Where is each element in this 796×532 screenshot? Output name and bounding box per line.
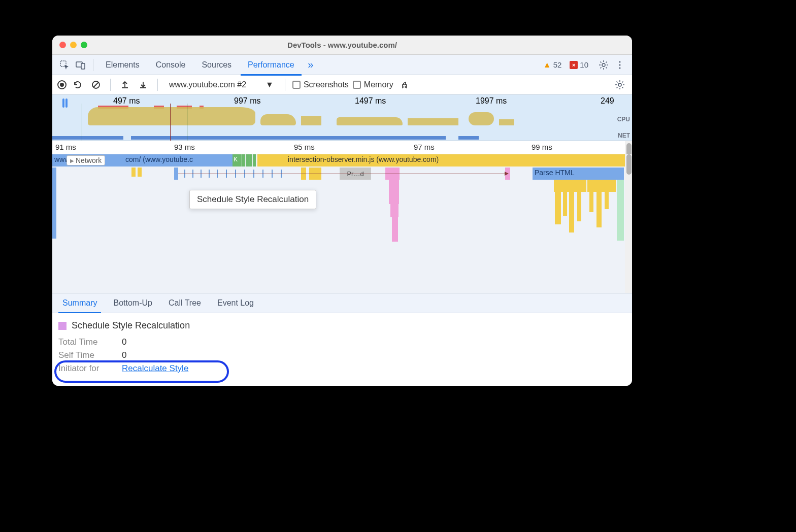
overview-tick: 997 ms	[234, 96, 260, 106]
minimize-window-button[interactable]	[70, 42, 77, 48]
warning-count-value: 52	[553, 60, 562, 69]
flame-block[interactable]	[278, 154, 282, 167]
flame-block[interactable]	[138, 168, 142, 177]
error-icon: ×	[570, 61, 578, 69]
upload-icon[interactable]	[118, 78, 132, 92]
kebab-menu-icon[interactable]	[613, 58, 627, 72]
flame-block[interactable]	[249, 154, 252, 167]
flame-block[interactable]	[131, 168, 136, 177]
block-label: intersection-observer.min.js (www.youtub…	[288, 155, 439, 163]
total-time-value: 0	[122, 337, 126, 347]
flame-block[interactable]	[563, 192, 567, 216]
flame-block[interactable]	[246, 154, 249, 167]
ruler-tick: 95 ms	[294, 143, 315, 151]
window-title: DevTools - www.youtube.com/	[287, 41, 397, 49]
more-tabs-icon[interactable]: »	[304, 58, 318, 72]
flame-block-parse-html[interactable]: Parse HTML	[533, 168, 624, 180]
flame-block[interactable]: K	[233, 154, 239, 167]
flame-block[interactable]	[242, 154, 245, 167]
self-time-value: 0	[122, 350, 126, 360]
flame-block[interactable]	[617, 180, 624, 241]
flame-block[interactable]: com/ (www.youtube.c	[123, 154, 233, 167]
summary-panel: Schedule Style Recalculation Total Time …	[52, 313, 632, 386]
ruler-tick: 97 ms	[414, 143, 435, 151]
flame-block[interactable]	[569, 192, 574, 232]
panel-settings-icon[interactable]	[613, 78, 627, 92]
tab-call-tree[interactable]: Call Tree	[160, 293, 209, 313]
initiator-arrow	[178, 174, 508, 174]
device-toggle-icon[interactable]	[74, 58, 88, 72]
flame-block[interactable]	[390, 204, 399, 217]
tab-bottom-up[interactable]: Bottom-Up	[105, 293, 160, 313]
event-name: Schedule Style Recalculation	[72, 320, 190, 331]
errors-count[interactable]: × 10	[570, 60, 588, 69]
flame-chart[interactable]: www ▶ Network com/ (www.youtube.c K inte…	[52, 154, 632, 293]
flame-block[interactable]	[589, 192, 593, 212]
flame-block[interactable]	[389, 180, 399, 204]
tab-console[interactable]: Console	[149, 55, 193, 75]
svg-point-3	[602, 63, 605, 66]
warnings-count[interactable]: ▲ 52	[543, 60, 562, 70]
traffic-lights	[59, 42, 87, 48]
scrollbar[interactable]	[625, 154, 632, 293]
self-time-label: Self Time	[58, 350, 112, 360]
tab-event-log[interactable]: Event Log	[209, 293, 262, 313]
initiator-link[interactable]: Recalculate Style	[122, 363, 188, 374]
cpu-label: CPU	[617, 116, 630, 123]
flame-block[interactable]	[587, 180, 616, 192]
svg-point-6	[619, 67, 621, 69]
ruler-tick: 99 ms	[532, 143, 552, 151]
overview-tick: 1997 ms	[476, 96, 507, 106]
reload-button[interactable]	[71, 78, 85, 92]
flame-block[interactable]	[392, 217, 398, 242]
tab-sources[interactable]: Sources	[194, 55, 239, 75]
close-window-button[interactable]	[59, 42, 66, 48]
divider	[110, 79, 111, 91]
maximize-window-button[interactable]	[81, 42, 87, 48]
tab-elements[interactable]: Elements	[98, 55, 147, 75]
summary-event-title: Schedule Style Recalculation	[58, 320, 626, 331]
flame-row: www ▶ Network com/ (www.youtube.c K inte…	[52, 154, 632, 167]
titlebar: DevTools - www.youtube.com/	[52, 36, 632, 55]
flame-block[interactable]	[554, 180, 586, 192]
flame-block[interactable]	[253, 154, 256, 167]
tab-summary[interactable]: Summary	[54, 293, 105, 313]
flame-block[interactable]	[239, 154, 242, 167]
garbage-collect-icon[interactable]	[397, 78, 412, 92]
settings-icon[interactable]	[596, 58, 611, 72]
flame-block[interactable]	[577, 192, 581, 221]
flame-block[interactable]	[260, 154, 264, 167]
block-label: K	[233, 156, 239, 163]
svg-point-4	[619, 61, 621, 62]
clear-button[interactable]	[89, 78, 103, 92]
event-color-chip	[58, 322, 67, 330]
record-button[interactable]	[57, 80, 67, 89]
timeline-overview[interactable]: 497 ms 997 ms 1497 ms 1997 ms 249 CPU NE…	[52, 94, 632, 141]
screenshots-label: Screenshots	[304, 80, 349, 89]
ruler-tick: 91 ms	[55, 143, 76, 151]
flame-block[interactable]	[605, 192, 609, 209]
profile-selector[interactable]: www.youtube.com #2 ▼	[165, 80, 278, 89]
initiator-label: Initiator for	[58, 363, 112, 374]
inspect-element-icon[interactable]	[57, 58, 72, 72]
flame-block[interactable]	[266, 154, 270, 167]
panel-tabbar: Elements Console Sources Performance » ▲…	[52, 55, 632, 75]
flame-block[interactable]	[596, 192, 602, 227]
svg-point-5	[619, 64, 621, 65]
flame-block[interactable]	[274, 154, 278, 167]
screenshots-checkbox[interactable]: Screenshots	[292, 80, 349, 89]
memory-checkbox[interactable]: Memory	[353, 80, 393, 89]
flame-block[interactable]	[270, 154, 274, 167]
tab-performance[interactable]: Performance	[241, 55, 302, 75]
overview-tick: 1497 ms	[355, 96, 386, 106]
flame-block[interactable]	[52, 168, 56, 239]
profile-name: www.youtube.com #2	[169, 80, 246, 89]
network-chip[interactable]: ▶ Network	[67, 155, 105, 165]
flame-block-script[interactable]: intersection-observer.min.js (www.youtub…	[262, 154, 628, 167]
scrollbar[interactable]	[625, 141, 632, 154]
flame-block[interactable]	[174, 168, 178, 180]
divider	[157, 79, 158, 91]
net-label: NET	[618, 132, 630, 139]
download-icon[interactable]	[136, 78, 150, 92]
flame-block[interactable]	[555, 192, 561, 224]
